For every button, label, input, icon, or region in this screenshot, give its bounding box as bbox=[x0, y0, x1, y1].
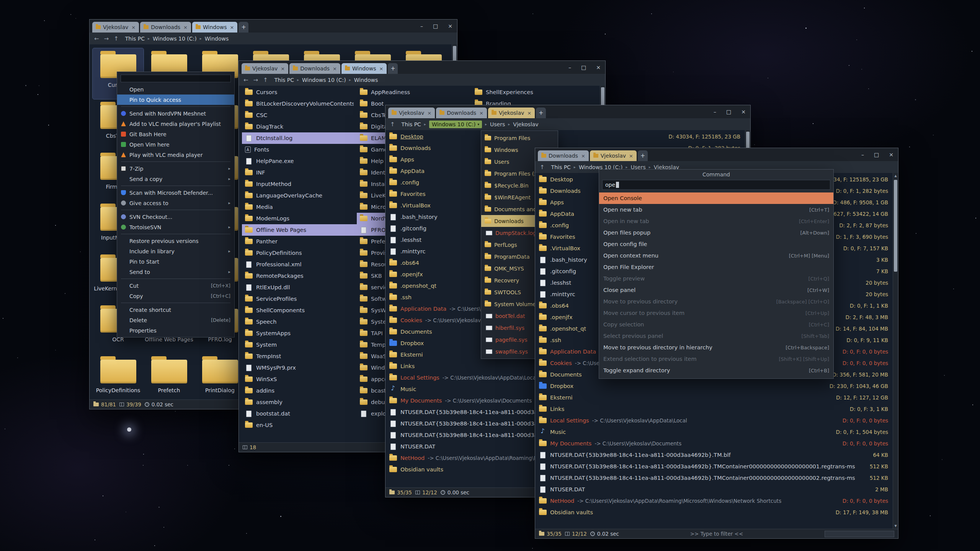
forward-icon[interactable]: → bbox=[253, 77, 258, 83]
file-row[interactable]: Panther bbox=[242, 236, 357, 247]
menu-item[interactable]: Play with VLC media player bbox=[117, 150, 234, 160]
file-row[interactable]: System bbox=[242, 339, 357, 350]
file-row[interactable]: SystemApps bbox=[242, 328, 357, 339]
tab[interactable]: Downloads × bbox=[289, 63, 340, 74]
file-row[interactable]: BitLockerDiscoveryVolumeContents bbox=[242, 98, 357, 109]
tab-close-icon[interactable]: × bbox=[281, 66, 285, 71]
file-row[interactable]: AppReadiness bbox=[357, 86, 472, 98]
tab-close-icon[interactable]: × bbox=[131, 25, 136, 30]
maximize-button[interactable]: □ bbox=[726, 109, 731, 115]
status-filter-input[interactable] bbox=[825, 531, 894, 537]
command-item[interactable]: Open Console bbox=[599, 192, 833, 204]
new-tab-button[interactable]: + bbox=[638, 150, 648, 161]
menu-item[interactable]: SVN Checkout... bbox=[117, 212, 234, 222]
file-row[interactable]: NTUSER.DAT{53b39e88-18c4-11ea-a811-000d3… bbox=[535, 461, 898, 472]
up-icon[interactable]: ↑ bbox=[390, 121, 395, 128]
tab[interactable]: Downloads × bbox=[538, 150, 589, 161]
file-row[interactable]: Obsidian vaults D: 17, F: 149, 38 MB bbox=[535, 507, 898, 518]
menu-item[interactable]: Properties bbox=[117, 325, 234, 336]
breadcrumb-segment[interactable]: Vjekoslav bbox=[513, 121, 538, 127]
file-row[interactable]: Offline Web Pages bbox=[242, 224, 357, 236]
menu-item[interactable]: Open Vim here bbox=[117, 139, 234, 150]
file-row[interactable]: NTUSER.DAT{53b39e88-18c4-11ea-a811-000d3… bbox=[535, 472, 898, 484]
breadcrumb-segment[interactable]: Windows bbox=[205, 36, 229, 42]
file-row[interactable]: ShellExperiences bbox=[472, 86, 586, 98]
tab[interactable]: Windows × bbox=[192, 22, 237, 33]
file-row[interactable]: WMSysPr9.prx bbox=[242, 362, 357, 373]
file-row[interactable]: HelpPane.exe bbox=[242, 155, 357, 167]
command-item[interactable]: Open files popup [Alt+Down] bbox=[599, 227, 833, 238]
file-row[interactable]: PolicyDefinitions bbox=[242, 247, 357, 259]
menu-item[interactable]: Include in library ▸ bbox=[117, 246, 234, 256]
file-row[interactable]: Cursors bbox=[242, 86, 357, 98]
tab-close-icon[interactable]: × bbox=[333, 66, 337, 71]
maximize-button[interactable]: □ bbox=[433, 23, 438, 29]
file-row[interactable]: RtlExUpd.dll bbox=[242, 282, 357, 293]
menu-item[interactable] bbox=[121, 279, 230, 279]
file-row[interactable]: WinSxS bbox=[242, 373, 357, 385]
menu-item[interactable] bbox=[121, 186, 230, 186]
minimize-button[interactable]: – bbox=[420, 23, 423, 29]
up-icon[interactable]: ↑ bbox=[540, 164, 545, 171]
menu-item[interactable]: Create shortcut bbox=[117, 305, 234, 315]
menu-item[interactable] bbox=[121, 106, 230, 107]
tab[interactable]: Downloads × bbox=[436, 108, 487, 118]
file-row[interactable]: NTUSER.DAT{53b39e88-18c4-11ea-a811-000d3… bbox=[535, 449, 898, 461]
breadcrumb-segment[interactable]: Windows 10 (C:)▾ ▸ bbox=[429, 121, 490, 128]
tab[interactable]: Vjekoslav × bbox=[242, 63, 288, 74]
tab[interactable]: Vjekoslav × bbox=[388, 108, 435, 118]
file-row[interactable]: DtcInstall.log bbox=[242, 132, 357, 144]
close-button[interactable]: × bbox=[889, 152, 893, 158]
command-item[interactable]: Move to previous directory [Backspace] [… bbox=[599, 296, 833, 307]
file-row[interactable]: INF bbox=[242, 167, 357, 178]
minimize-button[interactable]: – bbox=[861, 152, 864, 158]
tab-close-icon[interactable]: × bbox=[427, 111, 431, 116]
tab[interactable]: Vjekoslav × bbox=[92, 22, 139, 33]
maximize-button[interactable]: □ bbox=[581, 64, 586, 70]
tab-close-icon[interactable]: × bbox=[581, 153, 585, 158]
command-item[interactable]: Toggle preview [Ctrl+Q] bbox=[599, 273, 833, 284]
file-row[interactable]: Eksterni D: 12, F: 127, 12 GB bbox=[535, 392, 898, 403]
file-row[interactable]: RemotePackages bbox=[242, 270, 357, 282]
menu-item[interactable]: Send a copy ▸ bbox=[117, 174, 234, 184]
menu-item[interactable]: Send to ▸ bbox=[117, 267, 234, 277]
command-item[interactable]: Toggle expand directory [Ctrl+B] bbox=[599, 365, 833, 376]
file-row[interactable]: ShellComponents bbox=[242, 305, 357, 316]
file-row[interactable]: Local Settings -> C:\Users\Vjekoslav\App… bbox=[535, 415, 898, 426]
menu-item[interactable]: Scan with Microsoft Defender... bbox=[117, 187, 234, 198]
file-row[interactable]: Fonts bbox=[242, 144, 357, 155]
menu-item[interactable]: Pin to Quick access bbox=[117, 95, 234, 105]
menu-filter-input[interactable] bbox=[121, 75, 231, 82]
back-icon[interactable]: ← bbox=[243, 77, 248, 83]
breadcrumb-segment[interactable]: Windows 10 (C:) ▸ bbox=[153, 36, 205, 42]
command-input[interactable]: ope bbox=[602, 180, 830, 190]
folder-item[interactable]: Prefetch bbox=[144, 354, 194, 400]
breadcrumb-segment[interactable]: Windows 10 (C:) ▸ bbox=[302, 77, 354, 83]
menu-item[interactable]: Delete [Delete] bbox=[117, 315, 234, 325]
tab-close-icon[interactable]: × bbox=[379, 66, 384, 71]
breadcrumb-segment[interactable]: Windows bbox=[354, 77, 378, 83]
menu-item[interactable]: Send with NordVPN Meshnet bbox=[117, 108, 234, 119]
dropdown-item[interactable]: Program Files bbox=[481, 132, 558, 144]
file-row[interactable]: ModemLogs bbox=[242, 213, 357, 224]
breadcrumb-segment[interactable]: This PC ▸ bbox=[402, 121, 429, 127]
tab-close-icon[interactable]: × bbox=[479, 111, 483, 116]
command-item[interactable]: Select previous panel [Shift+Tab] bbox=[599, 330, 833, 342]
file-row[interactable]: assembly bbox=[242, 396, 357, 408]
new-tab-button[interactable]: + bbox=[536, 108, 546, 118]
new-tab-button[interactable]: + bbox=[388, 63, 398, 74]
file-row[interactable]: InputMethod bbox=[242, 178, 357, 190]
file-row[interactable]: NetHood -> C:\Users\Vjekoslav\AppData\Ro… bbox=[535, 495, 898, 507]
up-icon[interactable]: ↑ bbox=[114, 35, 119, 42]
tab-close-icon[interactable]: × bbox=[629, 153, 633, 158]
file-row[interactable]: My Documents -> C:\Users\Vjekoslav\Docum… bbox=[535, 438, 898, 449]
command-item[interactable]: Open new tab [Ctrl+T] bbox=[599, 204, 833, 215]
menu-item[interactable]: Open bbox=[117, 84, 234, 95]
file-row[interactable]: Desktop D: 43034, F: 125185, 23 GB bbox=[385, 131, 750, 142]
menu-item[interactable]: Git Bash Here bbox=[117, 129, 234, 139]
command-item[interactable]: Extend selection to previous item [Shift… bbox=[599, 353, 833, 365]
file-row[interactable]: en-US bbox=[242, 419, 357, 431]
file-row[interactable]: DiagTrack bbox=[242, 121, 357, 132]
command-item[interactable]: Move cursor to previous item [Ctrl+Up] bbox=[599, 307, 833, 319]
breadcrumb-segment[interactable]: This PC ▸ bbox=[274, 77, 302, 83]
